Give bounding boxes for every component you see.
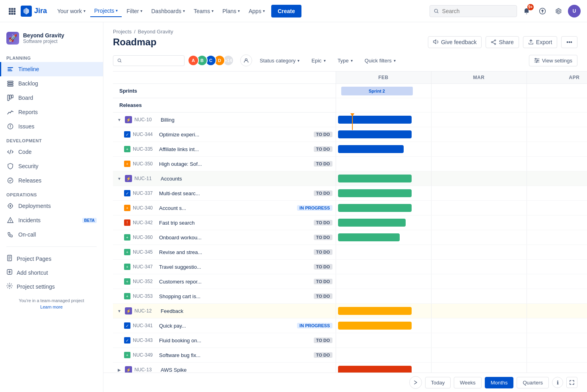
sidebar-item-timeline[interactable]: Timeline: [0, 62, 103, 76]
status-category-filter[interactable]: Status category ▾: [255, 55, 304, 66]
sidebar-item-issues[interactable]: Issues: [0, 119, 103, 134]
view-settings-label: View settings: [542, 58, 572, 64]
sidebar-item-deployments[interactable]: Deployments: [0, 199, 103, 213]
pages-icon: [6, 255, 13, 262]
create-button[interactable]: Create: [271, 5, 301, 17]
quarters-button[interactable]: Quarters: [517, 377, 549, 388]
releases-feb-cell: [336, 98, 431, 113]
sidebar-item-releases[interactable]: Releases: [0, 173, 103, 188]
app-logo[interactable]: Jira: [21, 6, 47, 17]
reports-icon: [6, 108, 14, 116]
nuc13-apr-cell: [527, 363, 587, 373]
nav-apps[interactable]: Apps ▾: [245, 6, 269, 17]
nuc337-feb-cell: [336, 186, 431, 201]
sprints-apr-cell: [527, 84, 587, 98]
notifications-button[interactable]: 9+: [520, 5, 533, 17]
more-actions-button[interactable]: •••: [561, 36, 577, 48]
task-cell-nuc342: ! NUC-342 Fast trip search TO DO: [113, 215, 336, 230]
story-icon-nuc343: ✓: [124, 337, 130, 343]
story-icon-nuc344: ✓: [124, 131, 130, 138]
sidebar-item-incidents[interactable]: Incidents BETA: [0, 213, 103, 227]
sidebar-item-reports[interactable]: Reports: [0, 105, 103, 119]
weeks-button[interactable]: Weeks: [454, 377, 482, 388]
sidebar-item-add-shortcut[interactable]: Add shortcut: [0, 266, 103, 279]
share-button[interactable]: Share: [486, 36, 519, 48]
task-cell-inner: + NUC-350 High outage: Sof... TO DO: [121, 157, 336, 171]
info-button[interactable]: ℹ: [552, 377, 563, 388]
nuc350-apr-cell: [527, 157, 587, 171]
task-cell-nuc360: + NUC-360 Onboard workou... TO DO: [113, 230, 336, 245]
svg-rect-13: [8, 70, 12, 71]
expand-nuc10[interactable]: ▼: [116, 116, 122, 123]
quick-filters[interactable]: Quick filters ▾: [360, 55, 400, 66]
settings-button[interactable]: [552, 5, 565, 17]
task-cell-nuc341: ✓ NUC-341 Quick pay... IN PROGRESS: [113, 318, 336, 333]
nuc10-mar-cell: [431, 113, 527, 127]
task-name-nuc337: Multi-dest searc...: [159, 190, 311, 196]
table-row: ✓ NUC-343 Fluid booking on... TO DO: [113, 333, 587, 348]
chevron-down-icon: ▾: [84, 9, 86, 13]
sidebar-item-project-settings[interactable]: Project settings: [0, 279, 103, 293]
learn-more-link[interactable]: Learn more: [0, 305, 103, 309]
nuc360-bar: [338, 233, 400, 241]
sidebar-item-backlog[interactable]: Backlog: [0, 76, 103, 91]
search-box[interactable]: [430, 5, 517, 17]
sidebar-item-project-pages[interactable]: Project Pages: [0, 252, 103, 266]
unassigned-filter[interactable]: [240, 54, 252, 66]
chevron-down-icon: ▾: [140, 9, 142, 13]
nav-your-work[interactable]: Your work ▾: [53, 6, 89, 17]
months-button[interactable]: Months: [485, 377, 514, 388]
nuc12-mar-cell: [431, 304, 527, 318]
scroll-left-button[interactable]: [409, 376, 422, 389]
backlog-icon: [6, 80, 14, 87]
nav-plans[interactable]: Plans ▾: [218, 6, 244, 17]
feedback-button[interactable]: Give feedback: [428, 36, 482, 48]
nuc335-apr-cell: [527, 142, 587, 157]
user-avatar[interactable]: U: [568, 5, 581, 17]
view-settings-button[interactable]: View settings: [529, 55, 577, 66]
task-cell-nuc349: + NUC-349 Software bug fix... TO DO: [113, 348, 336, 363]
nuc349-mar-cell: [431, 348, 527, 363]
svg-rect-0: [9, 8, 11, 10]
status-badge-nuc342: TO DO: [314, 220, 332, 225]
task-cell-nuc337: ✓ NUC-337 Multi-dest searc... TO DO: [113, 186, 336, 201]
avatar-filter-1[interactable]: A: [188, 55, 199, 66]
nav-teams[interactable]: Teams ▾: [190, 6, 218, 17]
toolbar-search-box[interactable]: [113, 55, 185, 66]
grid-menu-icon[interactable]: [6, 6, 17, 17]
fullscreen-button[interactable]: [566, 377, 577, 388]
nav-filter[interactable]: Filter ▾: [122, 6, 146, 17]
epic-filter[interactable]: Epic ▾: [307, 55, 330, 66]
export-button[interactable]: Export: [523, 36, 557, 48]
expand-nuc12[interactable]: ▼: [116, 308, 122, 314]
sidebar-item-oncall[interactable]: On-call: [0, 227, 103, 242]
task-cell-nuc340: + NUC-340 Account s... IN PROGRESS: [113, 201, 336, 215]
expand-nuc13[interactable]: ▶: [116, 367, 122, 373]
expand-icon: [570, 380, 574, 385]
epic-label: Epic: [311, 58, 321, 64]
today-button[interactable]: Today: [425, 377, 451, 388]
nuc345-mar-cell: [431, 245, 527, 260]
type-filter[interactable]: Type ▾: [333, 55, 357, 66]
breadcrumb-projects[interactable]: Projects: [113, 29, 132, 35]
project-name: Beyond Gravity: [23, 32, 64, 39]
nav-projects[interactable]: Projects ▾: [90, 5, 122, 17]
task-cell-inner: + NUC-345 Revise and strea... TO DO: [121, 245, 336, 259]
task-name-nuc347: Travel suggestio...: [159, 264, 311, 270]
task-id-nuc340: NUC-340: [133, 205, 157, 211]
sidebar-item-code[interactable]: Code: [0, 145, 103, 159]
sidebar-item-board[interactable]: Board: [0, 91, 103, 105]
toolbar-search-input[interactable]: [124, 58, 180, 64]
sidebar-item-security[interactable]: Security: [0, 159, 103, 173]
share-icon: [491, 39, 496, 45]
task-name-nuc11: Accounts: [161, 176, 332, 182]
task-id-nuc352: NUC-352: [133, 279, 157, 284]
search-input[interactable]: [442, 8, 513, 14]
releases-label-cell: Releases: [113, 98, 336, 113]
nav-dashboards[interactable]: Dashboards ▾: [147, 6, 189, 17]
nuc341-feb-cell: [336, 318, 431, 333]
breadcrumb-project-name[interactable]: Beyond Gravity: [138, 29, 173, 35]
expand-nuc11[interactable]: ▼: [116, 175, 122, 182]
task-id-nuc360: NUC-360: [133, 235, 157, 240]
help-button[interactable]: [536, 5, 549, 17]
